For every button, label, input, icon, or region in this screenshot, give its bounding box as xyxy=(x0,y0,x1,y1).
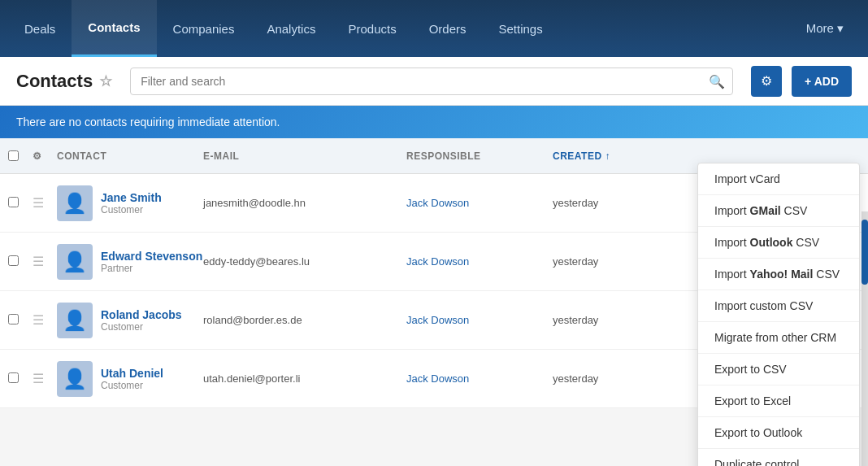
row-handle[interactable]: ☰ xyxy=(33,312,57,328)
row-select-checkbox[interactable] xyxy=(8,372,19,383)
col-contact-header: CONTACT xyxy=(57,150,203,162)
email-cell: roland@border.es.de xyxy=(203,314,406,326)
main-area: There are no contacts requiring immediat… xyxy=(0,106,868,466)
dropdown-item-export-excel[interactable]: Export to Excel xyxy=(698,385,859,417)
nav-item-contacts[interactable]: Contacts xyxy=(72,0,156,57)
contact-cell: 👤 Roland Jacobs Customer xyxy=(57,303,203,338)
dropdown-item-import-gmail[interactable]: Import GMail CSV xyxy=(698,195,859,227)
col-responsible-header: RESPONSIBLE xyxy=(406,150,553,162)
created-cell: yesterday xyxy=(553,197,715,209)
nav-item-deals[interactable]: Deals xyxy=(8,0,72,57)
attention-banner: There are no contacts requiring immediat… xyxy=(0,106,868,138)
dropdown-item-import-vcard[interactable]: Import vCard xyxy=(698,163,859,195)
contact-cell: 👤 Edward Stevenson Partner xyxy=(57,244,203,280)
search-icon: 🔍 xyxy=(709,73,725,89)
avatar: 👤 xyxy=(57,185,93,221)
created-cell: yesterday xyxy=(553,372,715,385)
top-navigation: Deals Contacts Companies Analytics Produ… xyxy=(0,0,868,57)
responsible-cell[interactable]: Jack Dowson xyxy=(406,372,553,385)
scroll-thumb[interactable] xyxy=(861,220,868,285)
row-handle[interactable]: ☰ xyxy=(33,254,57,269)
gear-icon: ⚙ xyxy=(33,150,42,162)
dropdown-item-duplicate-control[interactable]: Duplicate control xyxy=(698,449,859,466)
row-select-checkbox[interactable] xyxy=(8,255,19,266)
avatar: 👤 xyxy=(57,303,93,338)
avatar: 👤 xyxy=(57,244,93,280)
nav-item-orders[interactable]: Orders xyxy=(413,0,483,57)
select-all-checkbox[interactable] xyxy=(8,150,19,161)
contact-role: Customer xyxy=(101,204,162,216)
page-title: Contacts xyxy=(16,71,93,92)
contact-info: Jane Smith Customer xyxy=(101,191,162,216)
nav-item-companies[interactable]: Companies xyxy=(157,0,251,57)
contact-role: Customer xyxy=(101,380,163,391)
nav-item-products[interactable]: Products xyxy=(332,0,412,57)
dropdown-item-import-yahoo[interactable]: Import Yahoo! Mail CSV xyxy=(698,259,859,290)
favorite-star-icon[interactable]: ☆ xyxy=(99,72,112,90)
row-handle[interactable]: ☰ xyxy=(33,195,57,211)
search-input[interactable] xyxy=(130,68,733,95)
responsible-cell[interactable]: Jack Dowson xyxy=(406,255,553,268)
col-checkbox xyxy=(8,150,33,161)
col-email-header: E-MAIL xyxy=(203,150,406,162)
row-checkbox-0 xyxy=(8,197,33,210)
gear-icon: ⚙ xyxy=(761,73,772,89)
contact-role: Partner xyxy=(101,263,202,274)
dropdown-item-import-outlook[interactable]: Import Outlook CSV xyxy=(698,227,859,259)
dropdown-item-export-csv[interactable]: Export to CSV xyxy=(698,354,859,385)
contact-info: Edward Stevenson Partner xyxy=(101,250,202,274)
row-handle[interactable]: ☰ xyxy=(33,371,57,386)
dropdown-item-import-custom-csv[interactable]: Import custom CSV xyxy=(698,290,859,322)
email-cell: eddy-teddy@beares.lu xyxy=(203,255,406,268)
nav-item-analytics[interactable]: Analytics xyxy=(250,0,332,57)
settings-gear-button[interactable]: ⚙ xyxy=(751,66,782,97)
contact-cell: 👤 Utah Deniel Customer xyxy=(57,361,203,397)
row-select-checkbox[interactable] xyxy=(8,197,19,207)
contact-info: Utah Deniel Customer xyxy=(101,367,163,391)
contact-name[interactable]: Jane Smith xyxy=(101,191,162,204)
avatar: 👤 xyxy=(57,361,93,397)
contact-role: Customer xyxy=(101,321,182,333)
email-cell: utah.deniel@porter.li xyxy=(203,372,406,385)
row-checkbox-1 xyxy=(8,255,33,268)
email-cell: janesmith@doodle.hn xyxy=(203,197,406,209)
scrollbar[interactable] xyxy=(861,211,868,466)
created-cell: yesterday xyxy=(553,255,715,268)
responsible-cell[interactable]: Jack Dowson xyxy=(406,197,553,209)
dropdown-menu: Import vCard Import GMail CSV Import Out… xyxy=(697,163,860,466)
col-created-header[interactable]: CREATED ↑ xyxy=(553,150,715,162)
col-actions-header: ⚙ xyxy=(33,150,57,162)
search-box: 🔍 xyxy=(130,68,733,95)
dropdown-item-export-outlook[interactable]: Export to Outlook xyxy=(698,417,859,449)
contact-info: Roland Jacobs Customer xyxy=(101,308,182,333)
nav-item-settings[interactable]: Settings xyxy=(483,0,559,57)
row-checkbox-2 xyxy=(8,314,33,327)
contact-cell: 👤 Jane Smith Customer xyxy=(57,185,203,221)
contact-name[interactable]: Roland Jacobs xyxy=(101,308,182,321)
add-contact-button[interactable]: + ADD xyxy=(792,66,852,97)
row-select-checkbox[interactable] xyxy=(8,314,19,324)
toolbar: Contacts ☆ 🔍 ⚙ + ADD xyxy=(0,57,868,106)
row-checkbox-3 xyxy=(8,372,33,385)
responsible-cell[interactable]: Jack Dowson xyxy=(406,314,553,326)
nav-more-button[interactable]: More ▾ xyxy=(790,0,860,57)
contact-name[interactable]: Utah Deniel xyxy=(101,367,163,380)
created-cell: yesterday xyxy=(553,314,715,326)
dropdown-item-migrate-crm[interactable]: Migrate from other CRM xyxy=(698,322,859,354)
contact-name[interactable]: Edward Stevenson xyxy=(101,250,202,263)
